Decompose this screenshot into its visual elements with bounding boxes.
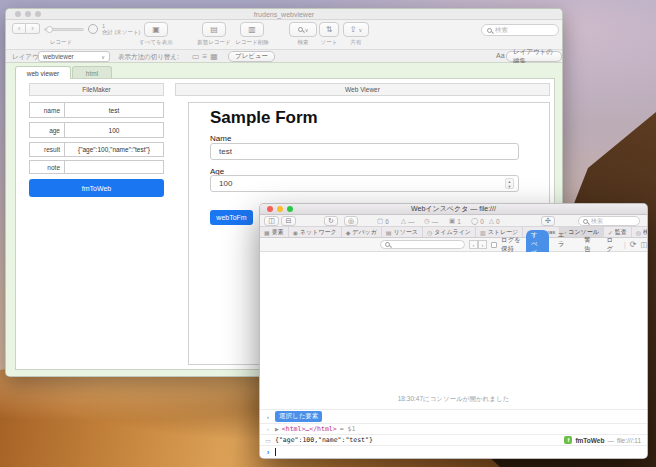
fm-to-web-button[interactable]: fmToWeb [29, 179, 164, 197]
tab-elements[interactable]: ▦要素 [260, 227, 289, 237]
dock-bottom-button[interactable]: ⊟ [281, 216, 296, 226]
form-title: Sample Form [210, 108, 318, 128]
function-badge: f [564, 436, 572, 444]
error-count[interactable]: ◯0 [471, 217, 484, 225]
sort-button[interactable]: ⇅ [319, 22, 339, 37]
element-picker-icon: ◎ [348, 217, 354, 225]
show-all-icon: ▣ [152, 25, 160, 34]
record-label: レコード [36, 39, 86, 46]
filter-nav: ‹ › [469, 240, 487, 249]
field-input[interactable] [65, 160, 164, 174]
record-count-block: 1 合計 (未ソート) [102, 23, 140, 35]
age-field[interactable]: 100 ▴ ▾ [210, 175, 519, 192]
search-icon [385, 242, 390, 247]
name-label: Name [210, 134, 231, 143]
new-record-button[interactable]: ▤ [202, 22, 226, 37]
prompt-chevron-icon: › [264, 448, 272, 457]
warning-count[interactable]: △0 [489, 217, 500, 225]
field-input[interactable]: 100 [65, 122, 164, 138]
formatting-icon[interactable]: Aa [496, 52, 505, 59]
next-result-button[interactable]: › [478, 240, 487, 249]
reload-button[interactable]: ↻ [324, 216, 338, 226]
chevron-icon: › [264, 414, 272, 420]
disclosure-triangle-icon[interactable]: ▶ [275, 426, 279, 432]
preserve-log-checkbox[interactable] [491, 242, 497, 248]
field-input[interactable]: {"age":100,"name":"test"} [65, 142, 164, 157]
field-label: name [29, 102, 65, 118]
resource-count[interactable]: ▢6 [377, 217, 389, 225]
field-row-result: result {"age":100,"name":"test"} [29, 142, 164, 157]
inspector-settings-button[interactable]: ✣ [541, 216, 555, 226]
tab-network[interactable]: ◉ネットワーク [289, 227, 342, 237]
warning-icon: △ [489, 217, 494, 225]
inspector-titlebar[interactable]: Webインスペクタ — file:/// [260, 204, 647, 215]
selected-element-badge[interactable]: 選択した要素 [275, 411, 322, 422]
elements-icon: ▦ [264, 229, 270, 236]
refresh-icon[interactable]: ⟳ [630, 240, 637, 249]
divider: | [624, 241, 626, 248]
field-input[interactable]: test [65, 102, 164, 118]
record-pie-icon[interactable] [88, 24, 98, 34]
web-to-fm-button[interactable]: webToFm [210, 210, 253, 225]
sort-icon: ⇅ [326, 25, 333, 34]
inspector-search-placeholder: 検索 [591, 217, 603, 226]
desktop: frudens_webviewer ‹ › 1 合計 (未ソート) レコード ▣… [0, 0, 656, 467]
previous-result-button[interactable]: ‹ [469, 240, 478, 249]
layout-dropdown-value: webviewer [43, 53, 74, 60]
load-time[interactable]: ◷— [424, 217, 438, 225]
show-all-label: すべてを表示 [132, 39, 180, 46]
edit-layout-button[interactable]: レイアウトの編集 [506, 51, 562, 62]
next-record-button[interactable]: › [26, 23, 40, 34]
saved-result-variable: = $1 [340, 425, 356, 433]
issue-count[interactable]: △— [401, 217, 415, 225]
dock-side-button[interactable]: ◫ [264, 216, 279, 226]
field-row-note: note [29, 160, 164, 174]
log-source-function[interactable]: fmToWeb [575, 437, 604, 444]
quick-find-field[interactable]: 検索 [481, 24, 559, 36]
tab-web-viewer[interactable]: web viewer [15, 66, 71, 79]
share-icon: ⇧ [350, 25, 357, 34]
name-field[interactable]: test [210, 143, 519, 160]
tab-timelines[interactable]: ◷タイムライン [423, 227, 476, 237]
filemaker-titlebar[interactable]: frudens_webviewer [6, 9, 562, 20]
share-button[interactable]: ⇧∨ [343, 22, 369, 37]
console-opened-message: 18:30:47にコンソールが開かれました [260, 392, 647, 409]
console-row-html-element[interactable]: ‹ ▶ <html>…</html> = $1 [260, 423, 647, 434]
console-filter-field[interactable] [380, 240, 465, 249]
console-row-log[interactable]: ▭ {"age":100,"name":"test"} f fmToWeb — … [260, 434, 647, 445]
number-stepper[interactable]: ▴ ▾ [505, 178, 514, 189]
preserve-log-label: ログを保持 [501, 236, 522, 254]
element-picker-button[interactable]: ◎ [344, 216, 358, 226]
tab-search[interactable]: ◎検索 [632, 227, 647, 237]
log-message[interactable]: {"age":100,"name":"test"} [275, 436, 373, 444]
tab-resources[interactable]: ▤リソース [382, 227, 423, 237]
search-icon [298, 27, 303, 32]
layout-dropdown[interactable]: webviewer ∨ [38, 51, 110, 62]
network-icon: ◉ [293, 229, 298, 236]
chevron-down-icon: ∨ [101, 54, 105, 60]
trash-icon[interactable]: ◫ [640, 241, 647, 249]
stepper-down-icon[interactable]: ▾ [508, 184, 510, 189]
console-row-selected-element[interactable]: › 選択した要素 [260, 409, 647, 423]
log-source-location[interactable]: file:///:11 [617, 437, 641, 444]
console-prompt-row[interactable]: › [260, 445, 647, 458]
inspector-toolbar: ◫ ⊟ ↻ ◎ ▢6 △— ◷— ▣1 ◯0 △0 ✣ 検索 [260, 215, 647, 227]
tab-debugger[interactable]: ◆デバッガ [342, 227, 382, 237]
view-switch-label: 表示方法の切り替え: [118, 53, 179, 62]
find-button[interactable]: ∨ [289, 22, 317, 37]
show-all-button[interactable]: ▣ [144, 22, 168, 37]
preview-button[interactable]: プレビュー [228, 51, 275, 62]
record-slider-knob[interactable] [46, 26, 53, 33]
previous-record-button[interactable]: ‹ [12, 23, 26, 34]
inspector-search-field[interactable]: 検索 [578, 216, 640, 226]
delete-record-button[interactable]: ▥ [240, 22, 264, 37]
share-label: 共有 [339, 39, 373, 46]
message-icon: ▣ [449, 217, 455, 225]
html-element-log[interactable]: <html>…</html> [282, 425, 337, 433]
console-message-count[interactable]: ▣1 [449, 217, 461, 225]
list-view-icon[interactable]: ≡ [203, 52, 208, 61]
table-view-icon[interactable]: ▦ [210, 52, 218, 61]
form-view-icon[interactable]: ▭ [192, 52, 200, 61]
record-total-label: 合計 (未ソート) [102, 29, 140, 35]
window-title: frudens_webviewer [6, 11, 562, 18]
